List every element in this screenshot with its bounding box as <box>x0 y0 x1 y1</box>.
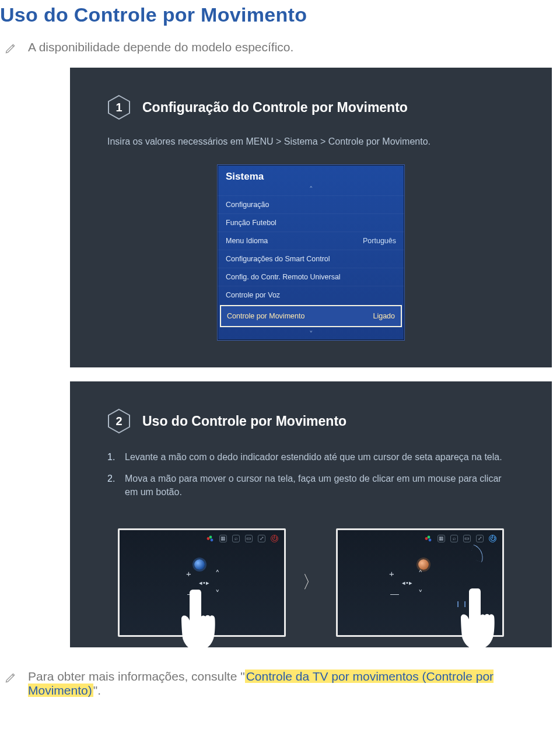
panel2-steps: 1. Levante a mão com o dedo indicador es… <box>107 450 514 499</box>
menu-item-idioma[interactable]: Menu Idioma Português <box>218 232 404 250</box>
mute-icon: ◂•▸ <box>199 579 210 587</box>
channel-up-icon: ˄ <box>215 569 220 579</box>
list-number-2: 2. <box>107 472 118 499</box>
demo-tv-row: ▦ ⌕ ▭ ⤢ ⏻ + — ˄ ˅ ◂•▸ 〉 <box>107 528 514 647</box>
availability-note-text: A disponibilidade depende do modelo espe… <box>28 40 293 54</box>
system-menu: Sistema ˄ Configuração Função Futebol Me… <box>217 164 405 341</box>
motion-arc-icon <box>469 544 487 562</box>
panel1-heading: Configuração do Controle por Movimento <box>142 100 408 115</box>
footer-note-pre: Para obter mais informações, consulte " <box>28 670 245 683</box>
chevron-right-icon: 〉 <box>302 570 320 594</box>
list-number-1: 1. <box>107 450 118 464</box>
svg-point-4 <box>211 538 214 541</box>
motion-cursor-icon <box>418 559 429 570</box>
tv1-toolbar: ▦ ⌕ ▭ ⤢ ⏻ <box>206 535 278 542</box>
panel1-heading-row: 1 Configuração do Controle por Movimento <box>107 94 514 120</box>
menu-item-remoto-universal[interactable]: Config. do Contr. Remoto Universal <box>218 268 404 286</box>
step-badge-2-number: 2 <box>107 408 131 434</box>
expand-icon: ⤢ <box>258 535 265 542</box>
panel1-subhead: Insira os valores necessários em MENU > … <box>107 136 514 147</box>
panel-usage: 2 Uso do Controle por Movimento 1. Levan… <box>70 381 552 647</box>
channel-down-icon: ˅ <box>215 588 220 599</box>
chevron-down-icon: ˅ <box>218 328 404 340</box>
menu-item-label: Controle por Voz <box>226 291 280 299</box>
system-menu-title: Sistema <box>218 165 404 184</box>
tv2-dpad: + — ˄ ˅ ◂•▸ <box>388 566 431 602</box>
step-badge-1: 1 <box>107 94 131 120</box>
step-badge-1-number: 1 <box>107 94 131 120</box>
volume-plus-icon: + <box>389 569 394 579</box>
volume-plus-icon: + <box>186 569 191 579</box>
volume-minus-icon: — <box>390 588 399 598</box>
panel2-step-1: 1. Levante a mão com o dedo indicador es… <box>107 450 514 464</box>
panel2-step-1-text: Levante a mão com o dedo indicador esten… <box>125 450 502 464</box>
pencil-icon <box>5 672 18 686</box>
menu-item-configuracao[interactable]: Configuração <box>218 195 404 213</box>
mute-icon: ◂•▸ <box>402 579 413 587</box>
chevron-up-icon: ˄ <box>218 184 404 195</box>
smart-hub-icon <box>425 535 432 542</box>
pencil-icon <box>5 43 18 57</box>
hand-pointing-icon <box>454 585 508 655</box>
menu-item-futebol[interactable]: Função Futebol <box>218 213 404 232</box>
panel2-step-2-text: Mova a mão para mover o cursor na tela, … <box>125 472 514 499</box>
pip-icon: ▭ <box>463 535 471 542</box>
footer-note-text: Para obter mais informações, consulte "C… <box>28 670 560 698</box>
svg-point-5 <box>425 537 428 540</box>
menu-item-label: Configuração <box>226 201 269 209</box>
power-icon: ⏻ <box>271 535 278 542</box>
menu-item-smart-control[interactable]: Configurações do Smart Control <box>218 250 404 268</box>
demo-tv-1: ▦ ⌕ ▭ ⤢ ⏻ + — ˄ ˅ ◂•▸ <box>118 528 286 637</box>
svg-point-7 <box>429 538 432 541</box>
menu-item-label: Controle por Movimento <box>227 312 304 320</box>
panel-configuration: 1 Configuração do Controle por Movimento… <box>70 68 552 367</box>
menu-item-label: Configurações do Smart Control <box>226 255 330 263</box>
panel2-heading-row: 2 Uso do Controle por Movimento <box>107 408 514 434</box>
panel2-step-2: 2. Mova a mão para mover o cursor na tel… <box>107 472 514 499</box>
footer-note-post: ". <box>93 684 101 697</box>
availability-note: A disponibilidade depende do modelo espe… <box>0 37 560 68</box>
menu-item-voz[interactable]: Controle por Voz <box>218 286 404 304</box>
tap-spark-icon: ׀ ׀ ׀ <box>457 599 474 608</box>
demo-tv-2: ▦ ⌕ ▭ ⤢ ⏻ + — ˄ ˅ ◂•▸ ׀ ׀ ׀ <box>336 528 504 637</box>
motion-cursor-icon <box>194 559 205 570</box>
panel2-heading: Uso do Controle por Movimento <box>142 413 346 429</box>
menu-item-value: Ligado <box>373 312 395 320</box>
volume-minus-icon: — <box>187 588 196 598</box>
pip-icon: ▭ <box>245 535 253 542</box>
tv1-dpad: + — ˄ ˅ ◂•▸ <box>185 566 228 602</box>
svg-point-6 <box>428 535 430 538</box>
expand-icon: ⤢ <box>476 535 484 542</box>
page-title: Uso do Controle por Movimento <box>0 0 560 37</box>
svg-point-3 <box>209 535 212 538</box>
footer-note: Para obter mais informações, consulte "C… <box>0 661 560 698</box>
grid-icon: ▦ <box>219 535 227 542</box>
svg-point-2 <box>207 537 210 540</box>
menu-item-movimento-selected[interactable]: Controle por Movimento Ligado <box>220 305 402 327</box>
search-icon: ⌕ <box>232 535 240 542</box>
tv2-toolbar: ▦ ⌕ ▭ ⤢ ⏻ <box>425 535 496 542</box>
channel-up-icon: ˄ <box>418 569 423 579</box>
search-icon: ⌕ <box>450 535 458 542</box>
menu-item-value: Português <box>363 237 396 245</box>
smart-hub-icon <box>206 535 214 542</box>
channel-down-icon: ˅ <box>418 588 423 599</box>
menu-item-label: Função Futebol <box>226 219 276 227</box>
step-badge-2: 2 <box>107 408 131 434</box>
menu-item-label: Config. do Contr. Remoto Universal <box>226 273 341 281</box>
power-icon-active: ⏻ <box>489 535 496 542</box>
menu-item-label: Menu Idioma <box>226 237 268 245</box>
grid-icon: ▦ <box>438 535 445 542</box>
